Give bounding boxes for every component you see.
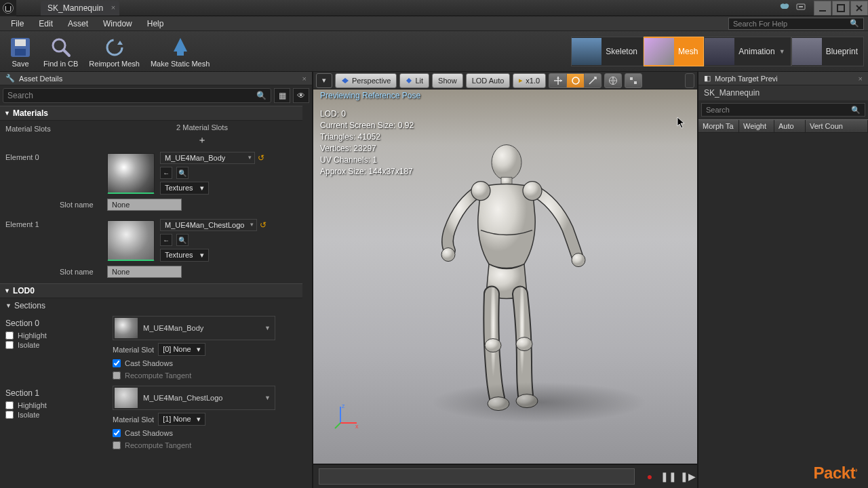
step-forward-button[interactable]: ❚▶ [679,468,696,485]
reset-icon[interactable]: ↺ [258,153,264,163]
cast-shadows-checkbox-1[interactable]: Cast Shadows [113,428,297,438]
scale-gizmo-button[interactable] [584,73,601,88]
isolate-checkbox-0[interactable]: Isolate [5,340,107,350]
recompute-tangent-checkbox-0[interactable]: Recompute Tangent [113,371,297,380]
skeleton-thumb-icon [572,38,601,65]
viewport-scrollbar[interactable] [685,73,694,88]
timeline-track[interactable] [319,468,635,485]
world-local-toggle[interactable] [604,73,622,88]
browse-icon[interactable]: 🔍 [176,234,189,246]
mode-mesh-button[interactable]: Mesh [644,37,704,66]
svg-point-15 [492,145,521,180]
axis-gizmo-icon: z x [334,403,361,430]
col-auto[interactable]: Auto [774,120,806,132]
reimport-mesh-button[interactable]: Reimport Mesh [83,33,145,70]
lod-auto-button[interactable]: LOD Auto [466,73,511,88]
viewport-3d[interactable]: Previewing Reference Pose LOD: 0 Current… [313,89,697,464]
perspective-button[interactable]: Perspective [335,73,397,88]
textures-dropdown[interactable]: Textures▾ [160,249,209,262]
material-slot-dropdown-0[interactable]: [0] None▾ [158,343,205,356]
mesh-thumb-icon [644,38,674,65]
details-search-input[interactable]: Search 🔍 [3,88,271,103]
show-button[interactable]: Show [432,73,463,88]
save-button[interactable]: Save [3,33,38,70]
slot-name-input-1[interactable]: None [107,266,182,278]
magnify-icon [49,35,73,60]
material-thumb-body[interactable] [107,153,155,194]
col-vert-count[interactable]: Vert Coun [806,120,868,132]
section-material-dropdown-1[interactable]: M_UE4Man_ChestLogo ▼ [113,386,275,410]
reset-icon[interactable]: ↺ [260,220,267,230]
menu-edit[interactable]: Edit [32,17,60,30]
chevron-down-icon: ▼ [264,325,273,331]
browse-icon[interactable]: 🔍 [176,167,189,179]
rotate-gizmo-button[interactable] [566,73,584,88]
morph-column-headers: Morph Ta Weight Auto Vert Coun [698,119,868,133]
close-icon[interactable]: × [302,75,307,83]
mode-blueprint-button[interactable]: Blueprint [791,37,864,66]
marketplace-icon[interactable] [779,2,790,14]
details-scroll[interactable]: ▼ Materials Material Slots 2 Material Sl… [0,106,312,488]
menu-asset[interactable]: Asset [61,17,95,30]
textures-dropdown[interactable]: Textures▾ [160,182,209,195]
make-static-mesh-button[interactable]: Make Static Mesh [145,33,215,70]
material-slots-label: Material Slots [5,123,107,133]
chevron-down-icon[interactable]: ▼ [779,48,785,55]
morph-search-input[interactable]: Search 🔍 [701,103,865,117]
help-search-input[interactable]: Search For Help 🔍 [728,18,864,30]
cast-shadows-checkbox-0[interactable]: Cast Shadows [113,359,297,368]
col-weight[interactable]: Weight [739,120,774,132]
lit-button[interactable]: Lit [399,73,429,88]
mode-animation-button[interactable]: Animation ▼ [704,37,791,66]
maximize-button[interactable] [832,1,850,16]
asset-details-tab[interactable]: 🔧 Asset Details × [0,72,312,85]
menu-window[interactable]: Window [96,17,139,30]
snap-toggle[interactable] [625,73,642,88]
recompute-tangent-checkbox-1[interactable]: Recompute Tangent [113,441,297,450]
search-icon: 🔍 [850,19,859,28]
svg-rect-3 [819,10,826,12]
playback-speed-button[interactable]: ▸x1.0 [513,73,546,88]
viewport-menu-button[interactable]: ▾ [316,73,332,88]
close-button[interactable] [850,1,868,16]
material-slot-dropdown-1[interactable]: [1] None▾ [158,413,205,426]
material-dropdown-chest[interactable]: M_UE4Man_ChestLogo [160,219,257,231]
svg-line-29 [335,423,340,428]
close-icon[interactable]: × [859,75,863,83]
translate-gizmo-button[interactable] [549,73,566,88]
col-morph-target[interactable]: Morph Ta [698,120,739,132]
highlight-checkbox-0[interactable]: Highlight [5,331,107,340]
use-selected-icon[interactable]: ← [160,167,172,179]
chevron-down-icon: ▼ [264,394,273,401]
lod0-section-header[interactable]: ▼ LOD0 [0,283,302,298]
use-selected-icon[interactable]: ← [160,234,172,246]
highlight-checkbox-1[interactable]: Highlight [5,401,107,410]
record-button[interactable]: ● [642,468,658,485]
playback-bar: ● ❚❚ ❚▶ [313,464,697,488]
add-material-slot-button[interactable]: ＋ [197,134,207,146]
mode-skeleton-button[interactable]: Skeleton [571,37,644,66]
find-in-cb-button[interactable]: Find in CB [38,33,83,70]
pause-button[interactable]: ❚❚ [660,468,677,485]
materials-section-header[interactable]: ▼ Materials [0,106,302,121]
view-grid-icon[interactable]: ▦ [274,88,290,103]
morph-target-tab[interactable]: ◧ Morph Target Previ × [698,72,868,85]
svg-rect-7 [15,49,26,56]
material-dropdown-body[interactable]: M_UE4Man_Body [160,152,255,164]
morph-target-panel: ◧ Morph Target Previ × SK_Mannequin Sear… [698,72,868,488]
material-slot-label: Material Slot [113,415,154,424]
menu-help[interactable]: Help [140,17,171,30]
section-material-dropdown-0[interactable]: M_UE4Man_Body ▼ [113,316,275,340]
source-control-icon[interactable] [795,2,806,14]
sections-subheader[interactable]: ▼ Sections [0,298,302,313]
close-tab-icon[interactable]: × [111,3,115,12]
menu-file[interactable]: File [4,17,31,30]
isolate-checkbox-1[interactable]: Isolate [5,410,107,420]
minimize-button[interactable] [814,1,831,16]
material-thumb-chest[interactable] [107,220,155,261]
document-tab[interactable]: SK_Mannequin × [41,1,119,16]
slot-name-input-0[interactable]: None [107,199,182,211]
expand-icon: ▼ [5,302,12,309]
view-eye-icon[interactable]: 👁 [293,88,309,103]
save-icon [8,35,33,60]
